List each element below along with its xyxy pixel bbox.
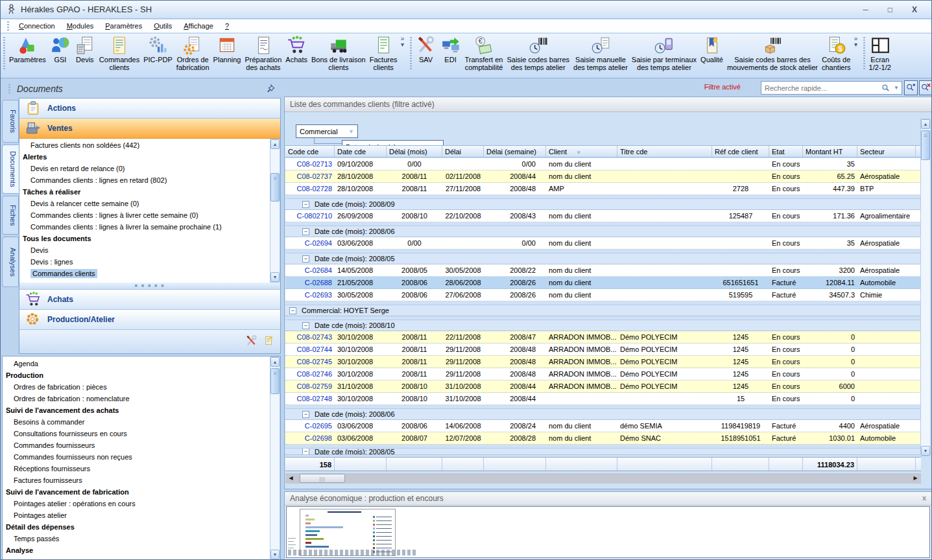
scroll-down-arrow[interactable]: ▼ xyxy=(921,446,930,456)
scroll-thumb[interactable]: ||| xyxy=(300,474,345,483)
scroll-up-arrow[interactable]: ▲ xyxy=(270,139,280,149)
grid-hscrollbar[interactable]: ◀ ||| ▶ xyxy=(285,473,921,484)
menu-?[interactable]: ? xyxy=(219,21,235,31)
tree-item[interactable]: Agenda xyxy=(3,358,269,369)
tree-group-header[interactable]: Suivi de l'avancement des achats xyxy=(3,404,269,416)
toolbar-button-devis[interactable]: Devis xyxy=(73,34,97,64)
scroll-up-arrow[interactable]: ▲ xyxy=(921,119,930,129)
tree-item[interactable]: Pointages atelier xyxy=(3,509,269,521)
section-production[interactable]: Production/Atelier xyxy=(19,310,280,330)
toolbar-button-ecran[interactable]: Ecran 1/2-1/2 xyxy=(867,34,893,72)
column-header-montant-ht[interactable]: Montant HT xyxy=(803,146,857,157)
column-header-code[interactable]: Code cde xyxy=(285,146,335,157)
tree-item[interactable]: Ordres de fabrication : nomenclature xyxy=(3,393,269,404)
analysis-tree-scrollbar[interactable]: ▲ ▼ xyxy=(270,356,280,560)
table-row[interactable]: C08-0274330/10/20082008/1122/11/20082008… xyxy=(285,331,921,344)
tree-item[interactable]: Consultations fournisseurs en cours xyxy=(3,428,269,439)
table-row[interactable]: C08-0271309/10/20080/000/00nom du client… xyxy=(285,158,921,170)
toolbar-button-factures-clients[interactable]: Factures clients xyxy=(368,34,400,72)
collapse-icon[interactable]: − xyxy=(302,448,309,455)
scroll-right-arrow[interactable]: ▶ xyxy=(911,474,920,483)
toolbar-button-gsi[interactable]: GSI xyxy=(48,34,73,64)
tree-item[interactable]: Factures clients non soldées (442) xyxy=(19,139,269,151)
group-row[interactable]: −Date cde (mois): 2008/06 xyxy=(285,408,921,420)
collapse-icon[interactable]: − xyxy=(302,322,309,329)
tree-item[interactable]: Temps passés xyxy=(3,533,269,544)
toolbar-button-parametres[interactable]: Paramètres xyxy=(7,34,48,64)
tree-group-header[interactable]: Tâches à réaliser xyxy=(19,186,269,198)
tree-item[interactable]: Réceptions fournisseurs xyxy=(3,463,269,474)
table-row[interactable]: C-0269803/06/20082008/0712/07/20082008/2… xyxy=(285,432,921,445)
table-row[interactable]: C08-0272828/10/20082008/1127/11/20082008… xyxy=(285,183,921,195)
collapse-icon[interactable]: − xyxy=(302,228,309,235)
group-row[interactable]: −Date cde (mois): 2008/05 xyxy=(285,253,921,264)
menu-param-tres[interactable]: Paramètres xyxy=(99,21,148,31)
pin-icon[interactable] xyxy=(267,84,277,94)
section-ventes[interactable]: Ventes xyxy=(19,119,280,139)
toolbar-button-transfert-compta[interactable]: €Transfert en comptabilité xyxy=(463,34,505,72)
table-row[interactable]: C08-0274630/10/20082008/1129/11/20082008… xyxy=(285,368,921,380)
tree-item[interactable]: Commandes clients : lignes xyxy=(19,279,269,283)
scroll-thumb[interactable] xyxy=(270,173,280,202)
table-row[interactable]: C-080271026/09/20082008/1022/10/20082008… xyxy=(285,210,921,222)
collapse-icon[interactable]: − xyxy=(302,201,309,208)
column-header-date[interactable]: Date cde xyxy=(335,146,387,157)
scroll-left-arrow[interactable]: ◀ xyxy=(286,474,296,483)
toolbar-button-pic-pdp[interactable]: PIC-PDP xyxy=(141,34,174,64)
tab-favoris[interactable]: Favoris xyxy=(2,100,19,143)
tree-item[interactable]: Factures fournisseurs xyxy=(3,474,269,486)
toolbar-button-ordres-fabrication[interactable]: Ordres de fabrication xyxy=(174,34,211,72)
tree-group-header[interactable]: Détail des dépenses xyxy=(3,521,269,533)
column-header-secteur[interactable]: Secteur xyxy=(857,146,916,157)
scroll-up-arrow[interactable]: ▲ xyxy=(270,357,280,367)
column-header-etat[interactable]: Etat xyxy=(769,146,803,157)
menu-modules[interactable]: Modules xyxy=(61,21,100,31)
tree-item[interactable]: Pointages atelier : opérations en cours xyxy=(3,498,269,509)
menu-outils[interactable]: Outils xyxy=(148,21,178,31)
ventes-tree-scrollbar[interactable]: ▲ ▼ xyxy=(270,139,280,283)
section-achats[interactable]: Achats xyxy=(19,290,280,310)
tab-fiches[interactable]: Fiches xyxy=(2,196,19,235)
group-row[interactable]: −Date cde (mois): 2008/06 xyxy=(285,226,921,237)
table-row[interactable]: C08-0275931/10/20082008/1031/10/20082008… xyxy=(285,380,921,393)
search-icon[interactable] xyxy=(881,83,891,93)
tree-group-header[interactable]: Analyse xyxy=(3,544,269,556)
table-row[interactable]: C-0269503/06/20082008/0614/06/20082008/2… xyxy=(285,420,921,432)
close-button[interactable]: X xyxy=(912,5,917,14)
table-row[interactable]: C08-0273728/10/20082008/1102/11/20082008… xyxy=(285,170,921,183)
scroll-thumb[interactable] xyxy=(921,130,930,160)
tree-item[interactable]: Devis à relancer cette semaine (0) xyxy=(19,198,269,209)
column-header-ref-cde-client[interactable]: Réf cde client xyxy=(712,146,769,157)
tree-item[interactable]: Devis xyxy=(19,244,269,256)
tree-group-header[interactable]: Production xyxy=(3,369,269,381)
table-row[interactable]: C08-0274830/10/20082008/1031/10/20082008… xyxy=(285,393,921,405)
tree-item[interactable]: Commandes fournisseurs non reçues xyxy=(3,451,269,463)
group-row[interactable]: −Date cde (mois): 2008/09 xyxy=(285,198,921,210)
menu-affichage[interactable]: Affichage xyxy=(178,21,219,31)
tree-item[interactable]: Commandes clients : lignes à livrer cett… xyxy=(19,209,269,221)
tree-item[interactable]: Commandes clients xyxy=(19,268,269,279)
toolbar-button-qualite[interactable]: Qualité xyxy=(699,34,725,64)
column-header-titre-cde[interactable]: Titre cde xyxy=(617,146,712,157)
search-input[interactable] xyxy=(761,84,881,92)
column-header-delai[interactable]: Délai xyxy=(442,146,484,157)
search-options-arrow[interactable]: ▼ xyxy=(891,85,902,91)
column-header-delai-semaine[interactable]: Délai (semaine) xyxy=(484,146,546,157)
toolbar-button-achats[interactable]: Achats xyxy=(283,34,309,64)
scroll-down-arrow[interactable]: ▼ xyxy=(270,550,280,559)
toolbar-button-preparation-achats[interactable]: Préparation des achats xyxy=(243,34,283,72)
clear-search-button[interactable] xyxy=(919,80,932,95)
tree-item[interactable]: Comparatif prévu réalisé xyxy=(3,556,269,560)
groupby-commercial[interactable]: Commercial ▼ xyxy=(296,124,358,138)
toolbar-button-commandes-clients[interactable]: Commandes clients xyxy=(97,34,141,72)
column-header-delai-mois[interactable]: Délai (mois) xyxy=(387,146,442,157)
tools-icon[interactable] xyxy=(245,334,258,347)
panel-close-icon[interactable]: x xyxy=(922,494,926,503)
customize-icon[interactable] xyxy=(262,334,275,347)
table-row[interactable]: C08-0274430/10/20082008/1129/11/20082008… xyxy=(285,344,921,356)
maximize-button[interactable]: □ xyxy=(888,5,892,14)
toolbar-button-edi[interactable]: EDI xyxy=(438,34,463,64)
tree-group-header[interactable]: Tous les documents xyxy=(19,233,269,244)
tree-item[interactable]: Commandes clients : lignes en retard (80… xyxy=(19,174,269,186)
table-row[interactable]: C-0269330/05/20082008/0627/06/20082008/2… xyxy=(285,289,921,301)
